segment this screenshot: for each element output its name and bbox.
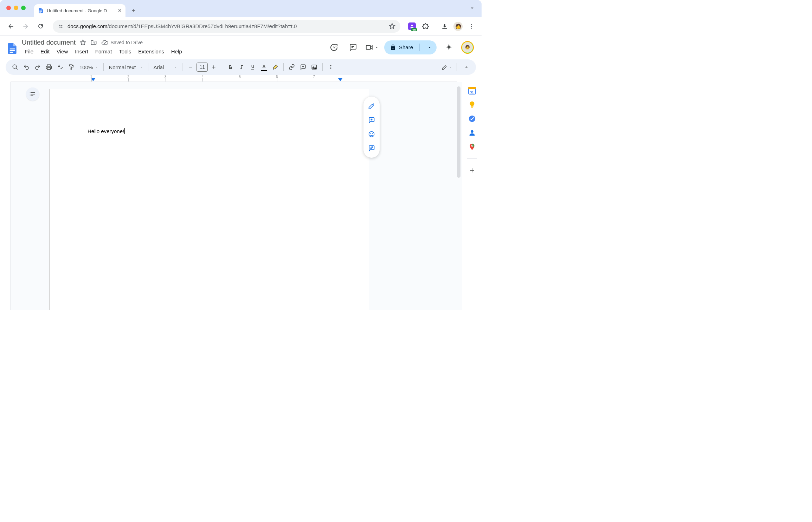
comments-icon[interactable] (346, 41, 360, 54)
emoji-reaction-icon[interactable] (366, 128, 378, 140)
extension-1-icon[interactable]: on (407, 21, 417, 32)
svg-rect-16 (366, 45, 370, 49)
star-document-icon[interactable] (80, 39, 86, 46)
redo-icon[interactable] (32, 62, 43, 72)
menu-extensions[interactable]: Extensions (135, 47, 167, 56)
calendar-app-icon[interactable]: 31 (468, 87, 476, 94)
spellcheck-icon[interactable] (55, 62, 65, 72)
undo-icon[interactable] (21, 62, 32, 72)
bookmark-star-icon[interactable] (389, 23, 395, 30)
font-size-increase[interactable] (208, 62, 219, 72)
move-document-icon[interactable] (90, 39, 97, 46)
svg-point-20 (313, 66, 314, 67)
ai-write-icon[interactable] (366, 100, 378, 112)
menu-file[interactable]: File (22, 47, 37, 56)
collapse-toolbar-icon[interactable] (461, 62, 472, 72)
menu-format[interactable]: Format (92, 47, 115, 56)
font-size-decrease[interactable] (185, 62, 196, 72)
document-title[interactable]: Untitled document (22, 39, 76, 46)
get-addons-icon[interactable] (468, 167, 476, 174)
svg-point-6 (62, 26, 63, 27)
browser-menu-icon[interactable] (466, 21, 477, 32)
docs-favicon-icon (38, 7, 44, 14)
contacts-app-icon[interactable] (468, 129, 476, 137)
svg-point-21 (330, 65, 331, 66)
document-body-text[interactable]: Hello everyone! (88, 128, 125, 134)
zoom-select[interactable]: 100% (77, 64, 101, 70)
account-avatar[interactable]: 🧑 (461, 41, 474, 54)
maps-app-icon[interactable] (468, 143, 476, 151)
window-maximize-button[interactable] (21, 6, 26, 10)
editing-mode-select[interactable] (442, 62, 452, 72)
horizontal-ruler[interactable]: 1234567 (11, 75, 457, 82)
menu-help[interactable]: Help (168, 47, 185, 56)
underline-icon[interactable] (247, 62, 258, 72)
svg-rect-5 (59, 27, 61, 27)
print-icon[interactable] (44, 62, 54, 72)
keep-app-icon[interactable] (468, 101, 476, 109)
downloads-icon[interactable] (439, 21, 450, 32)
history-icon[interactable] (327, 41, 341, 54)
forward-button[interactable] (20, 20, 32, 32)
gemini-icon[interactable] (442, 41, 456, 54)
text-color-icon[interactable] (259, 62, 269, 72)
new-tab-button[interactable] (128, 5, 139, 16)
bold-icon[interactable] (225, 62, 236, 72)
svg-point-23 (330, 68, 331, 69)
reload-button[interactable] (34, 20, 46, 32)
extensions-puzzle-icon[interactable] (420, 21, 431, 32)
share-dropdown-icon[interactable] (424, 45, 435, 50)
tasks-app-icon[interactable] (468, 115, 476, 123)
address-bar[interactable]: docs.google.com/document/d/1EEpsUSM4hYvB… (53, 20, 400, 33)
menu-bar: File Edit View Insert Format Tools Exten… (22, 47, 324, 56)
svg-point-10 (471, 27, 472, 28)
suggest-edits-icon[interactable] (366, 142, 378, 154)
document-canvas[interactable]: Hello everyone! (11, 82, 462, 310)
italic-icon[interactable] (236, 62, 247, 72)
svg-point-9 (471, 26, 472, 27)
menu-tools[interactable]: Tools (116, 47, 134, 56)
document-page[interactable]: Hello everyone! (49, 89, 369, 310)
tab-overflow-button[interactable] (469, 5, 475, 11)
search-menus-icon[interactable] (10, 62, 20, 72)
profile-avatar-icon[interactable]: 🧑 (453, 21, 463, 32)
svg-point-7 (411, 25, 413, 26)
share-button[interactable]: Share (384, 40, 437, 54)
document-workspace: 1234 Hello everyone! 31 (0, 82, 482, 310)
insert-link-icon[interactable] (286, 62, 297, 72)
svg-point-29 (372, 133, 373, 134)
menu-insert[interactable]: Insert (72, 47, 91, 56)
vertical-ruler[interactable]: 1234 (0, 82, 11, 310)
paragraph-style-select[interactable]: Normal text (107, 64, 145, 70)
font-size-input[interactable]: 11 (196, 63, 208, 72)
svg-rect-12 (10, 50, 15, 51)
docs-logo-icon[interactable] (5, 41, 19, 56)
browser-toolbar: docs.google.com/document/d/1EEpsUSM4hYvB… (0, 17, 482, 36)
tab-title: Untitled document - Google D (47, 8, 107, 13)
vertical-scrollbar[interactable] (457, 86, 460, 178)
window-minimize-button[interactable] (14, 6, 18, 10)
right-indent-marker[interactable] (338, 78, 342, 82)
insert-image-icon[interactable] (309, 62, 320, 72)
svg-rect-11 (10, 48, 15, 50)
highlight-color-icon[interactable] (270, 62, 281, 72)
paint-format-icon[interactable] (66, 62, 77, 72)
meet-button[interactable] (365, 41, 379, 54)
outline-toggle-button[interactable] (26, 87, 39, 101)
menu-view[interactable]: View (53, 47, 71, 56)
menu-edit[interactable]: Edit (37, 47, 53, 56)
save-status[interactable]: Saved to Drive (101, 39, 143, 46)
add-comment-floating-icon[interactable] (366, 114, 378, 126)
svg-point-28 (370, 133, 371, 134)
browser-tab-active[interactable]: Untitled document - Google D ✕ (34, 4, 125, 17)
more-toolbar-icon[interactable] (326, 62, 336, 72)
floating-insert-toolbar (363, 97, 380, 158)
site-info-icon[interactable] (58, 23, 64, 30)
back-button[interactable] (5, 20, 17, 32)
window-close-button[interactable] (6, 6, 11, 10)
svg-point-25 (30, 94, 31, 94)
add-comment-icon[interactable] (298, 62, 308, 72)
tab-close-icon[interactable]: ✕ (118, 8, 122, 13)
left-indent-marker[interactable] (91, 78, 95, 82)
font-select[interactable]: Arial (151, 64, 179, 70)
